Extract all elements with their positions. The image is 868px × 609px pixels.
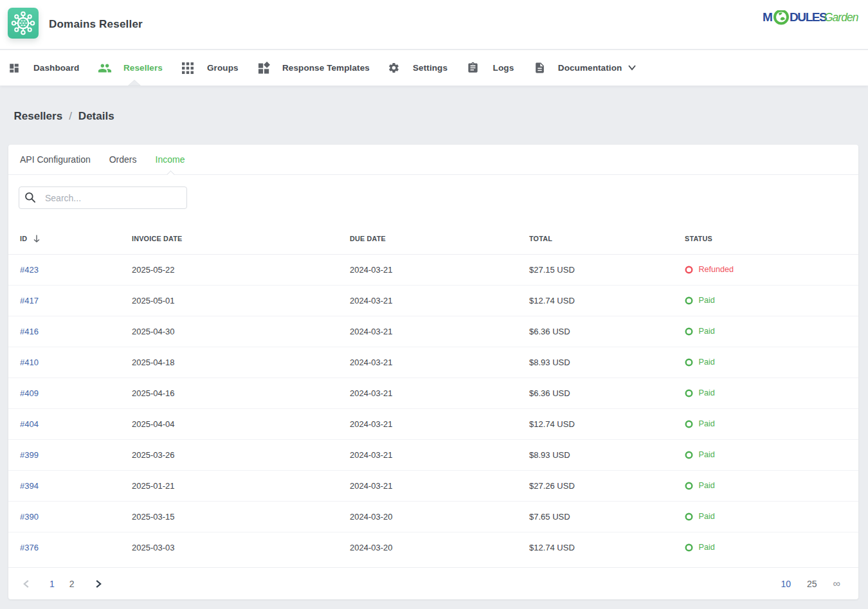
svg-text:DULES: DULES (790, 10, 827, 24)
svg-text:Garden: Garden (824, 11, 858, 24)
svg-text:M: M (763, 10, 773, 24)
